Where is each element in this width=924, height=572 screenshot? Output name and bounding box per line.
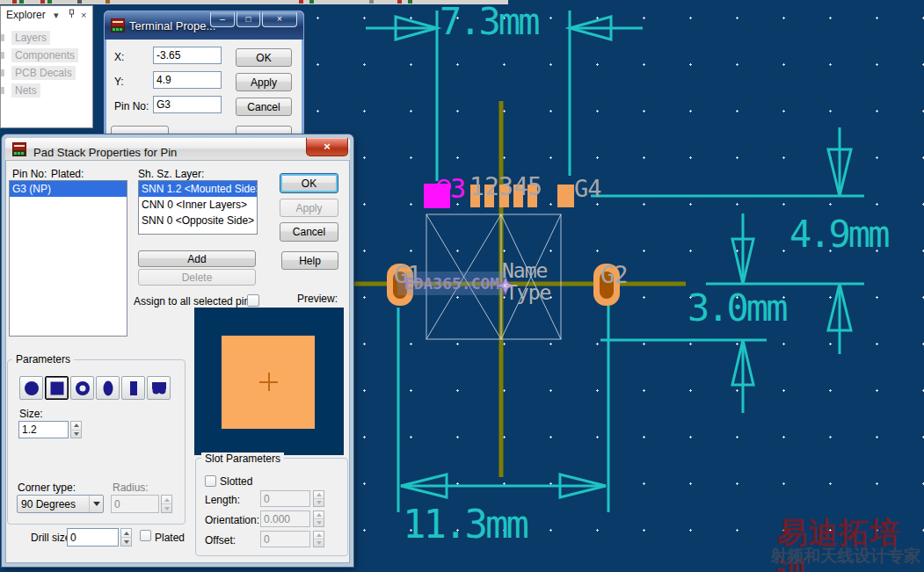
pad-shape-odd-button[interactable] (147, 376, 171, 400)
y-field[interactable] (153, 71, 222, 89)
pad-label-g2: G2 (600, 263, 628, 286)
close-button[interactable]: × (306, 138, 348, 156)
parameters-group-label: Parameters (12, 353, 74, 366)
add-button[interactable]: Add (138, 250, 256, 267)
minimize-button[interactable]: – (210, 12, 235, 27)
layer-item-inner[interactable]: CNN 0 <Inner Layers> (139, 197, 257, 213)
slot-length-stepper (313, 490, 324, 507)
tree-toggle-fragment (1, 52, 4, 59)
odd-pad-icon (149, 379, 169, 398)
pin-no-field[interactable] (153, 96, 222, 113)
pin-icon[interactable] (68, 9, 76, 21)
decal-name-text: Name (502, 261, 547, 281)
maximize-button[interactable]: □ (236, 12, 260, 27)
pad-shape-circle-button[interactable] (19, 376, 43, 400)
sidebar-item-layers[interactable]: Layers (11, 31, 50, 45)
help-button[interactable]: Help (281, 251, 338, 270)
padstack-dialog-title: Pad Stack Properties for Pin (33, 146, 177, 159)
slot-orientation-field (260, 510, 310, 527)
plated-checkbox-label: Plated (155, 532, 185, 544)
dimension-label-right: 4.9mm (789, 216, 887, 253)
pad-g3-selected[interactable] (424, 180, 450, 208)
chevron-down-icon[interactable]: ▾ (54, 9, 59, 21)
pad-number-1: 1 (469, 175, 484, 199)
pin-listbox[interactable]: G3 (NP) (9, 180, 127, 337)
sidebar-item-pcb-decals[interactable]: PCB Decals (11, 66, 76, 80)
slot-offset-field (260, 531, 310, 547)
pin-no-label: Pin No: (114, 100, 149, 112)
x-field[interactable] (153, 47, 222, 64)
dimension-label-top: 7.3mm (440, 4, 537, 40)
tree-toggle-fragment (1, 34, 4, 41)
pads-app-icon (12, 142, 26, 156)
sidebar-item-components[interactable]: Components (11, 48, 78, 62)
plated-checkbox[interactable] (140, 530, 151, 541)
pads-app-icon (111, 18, 125, 33)
drill-size-stepper[interactable] (120, 528, 132, 547)
pad-preview-box (194, 308, 344, 455)
padstack-apply-button[interactable]: Apply (280, 199, 338, 217)
layer-listbox[interactable]: SNN 1.2 <Mounted Side> CNN 0 <Inner Laye… (138, 180, 258, 235)
x-label: X: (114, 51, 124, 63)
preview-label: Preview: (297, 293, 338, 305)
pin-no-column-label: Pin No: (12, 168, 47, 180)
sh-sz-layer-label: Sh. Sz. Layer: (138, 168, 204, 180)
corner-logo-line2: 射频和天线设计专家 (770, 545, 920, 568)
assign-all-pins-checkbox[interactable] (247, 294, 259, 307)
annular-pad-icon (73, 379, 92, 398)
pad-label-g3: 3 (450, 176, 465, 202)
pad-label-g4: G4 (574, 177, 601, 200)
square-pad-icon (47, 379, 67, 398)
slot-offset-label: Offset: (205, 534, 236, 547)
slot-orientation-stepper (313, 510, 324, 527)
padstack-properties-dialog: Pad Stack Properties for Pin × Pin No: P… (2, 134, 353, 567)
radius-field (111, 495, 159, 513)
pad-shape-square-button[interactable] (45, 376, 69, 400)
slotted-checkbox[interactable] (205, 475, 216, 487)
pad-number-2: 2 (484, 175, 498, 199)
padstack-cancel-button[interactable]: Cancel (280, 222, 338, 242)
center-watermark: EDA365.COM (397, 272, 506, 295)
pin-list-item-selected[interactable]: G3 (NP) (10, 181, 127, 197)
oval-pad-icon (98, 379, 118, 398)
size-stepper[interactable] (70, 421, 82, 438)
terminal-dialog-title: Terminal Prope... (129, 19, 215, 33)
drill-size-field[interactable] (67, 528, 119, 547)
terminal-cancel-button[interactable]: Cancel (236, 98, 292, 116)
padstack-titlebar[interactable]: Pad Stack Properties for Pin (5, 138, 350, 161)
decal-type-text: Type (506, 283, 550, 303)
layer-item-opposite[interactable]: SNN 0 <Opposite Side> (139, 213, 257, 228)
size-field[interactable] (18, 421, 69, 438)
toolbar-strip (0, 0, 508, 4)
pad-number-5: 5 (527, 175, 542, 199)
radius-stepper (161, 495, 172, 513)
slot-orientation-label: Orientation: (205, 514, 259, 526)
dropdown-arrow-icon (89, 496, 103, 512)
terminal-titlebar[interactable]: Terminal Prope... – □ × (105, 11, 303, 40)
radius-label: Radius: (113, 481, 149, 494)
pad-shape-oval-button[interactable] (96, 376, 120, 400)
slot-length-label: Length: (205, 494, 240, 506)
pad-number-3: 3 (498, 175, 513, 199)
explorer-panel: Explorer ▾ × Layers Components PCB Decal… (0, 5, 93, 128)
corner-type-dropdown[interactable]: 90 Degrees (17, 495, 104, 513)
slot-length-field (260, 490, 310, 507)
padstack-ok-button[interactable]: OK (280, 173, 338, 193)
corner-type-label: Corner type: (18, 481, 76, 494)
slotted-checkbox-label: Slotted (220, 475, 252, 488)
terminal-properties-dialog: Terminal Prope... – □ × X: Y: Pin No: OK… (104, 11, 304, 137)
pad-shape-annular-button[interactable] (70, 376, 94, 400)
circle-pad-icon (22, 379, 41, 398)
explorer-header: Explorer ▾ × (1, 6, 92, 24)
close-icon[interactable]: × (81, 9, 86, 21)
layer-item-mounted[interactable]: SNN 1.2 <Mounted Side> (139, 181, 257, 197)
terminal-apply-button[interactable]: Apply (236, 73, 292, 91)
sidebar-item-nets[interactable]: Nets (11, 83, 40, 98)
pad-shape-rectangle-button[interactable] (121, 376, 145, 400)
delete-button[interactable]: Delete (138, 269, 256, 286)
close-button[interactable]: × (262, 12, 297, 27)
rectangle-pad-icon (124, 379, 143, 398)
tree-toggle-fragment (1, 87, 4, 94)
preview-cross-v (268, 373, 270, 391)
terminal-ok-button[interactable]: OK (236, 48, 292, 67)
